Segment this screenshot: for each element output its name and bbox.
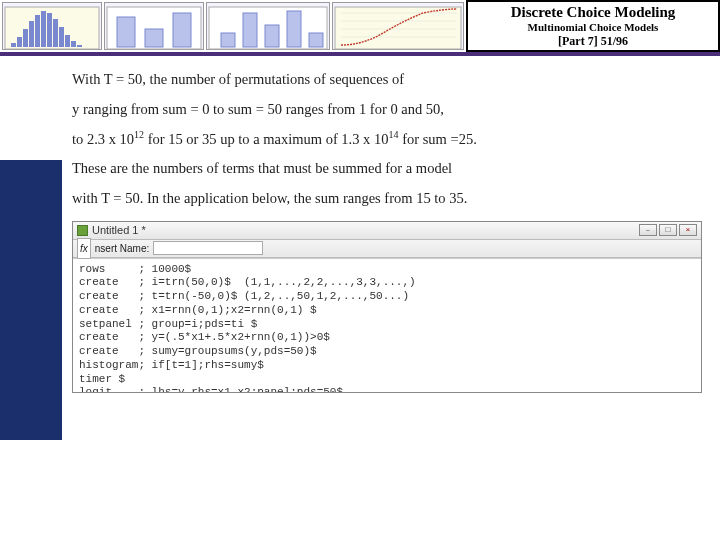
svg-rect-8 bbox=[53, 19, 58, 47]
svg-rect-12 bbox=[77, 45, 82, 47]
thumb-curve bbox=[332, 2, 464, 50]
svg-rect-14 bbox=[117, 17, 135, 47]
chart-thumbnails bbox=[0, 0, 466, 52]
svg-rect-4 bbox=[29, 21, 34, 47]
editor-file-icon bbox=[77, 225, 88, 236]
para-3: to 2.3 x 1012 for 15 or 35 up to a maxim… bbox=[72, 125, 702, 153]
thumb-bars bbox=[104, 2, 204, 50]
slide-content: With T = 50, the number of permutations … bbox=[62, 56, 720, 536]
slide-number: [Part 7] 51/96 bbox=[558, 34, 628, 49]
svg-rect-23 bbox=[335, 7, 461, 49]
svg-rect-19 bbox=[243, 13, 257, 47]
insert-name-input[interactable] bbox=[153, 241, 263, 255]
fx-icon[interactable]: fx bbox=[77, 238, 91, 259]
thumb-bars-2 bbox=[206, 2, 330, 50]
side-band bbox=[0, 56, 62, 536]
insert-name-label: nsert Name: bbox=[95, 239, 149, 258]
title-box: Discrete Choice Modeling Multinomial Cho… bbox=[466, 0, 720, 52]
code-area[interactable]: rows ; 10000$ create ; i=trn(50,0)$ (1,1… bbox=[73, 258, 701, 392]
para-2: y ranging from sum = 0 to sum = 50 range… bbox=[72, 96, 702, 124]
para-1: With T = 50, the number of permutations … bbox=[72, 66, 702, 94]
svg-rect-1 bbox=[11, 43, 16, 47]
svg-rect-5 bbox=[35, 15, 40, 47]
svg-rect-20 bbox=[265, 25, 279, 47]
svg-rect-18 bbox=[221, 33, 235, 47]
close-button[interactable]: × bbox=[679, 224, 697, 236]
svg-rect-10 bbox=[65, 35, 70, 47]
svg-rect-7 bbox=[47, 13, 52, 47]
side-accent bbox=[0, 160, 62, 440]
editor-titlebar: Untitled 1 * – □ × bbox=[73, 222, 701, 240]
editor-window-title: Untitled 1 * bbox=[92, 220, 635, 241]
editor-toolbar: fx nsert Name: bbox=[73, 240, 701, 258]
svg-rect-3 bbox=[23, 29, 28, 47]
svg-rect-15 bbox=[145, 29, 163, 47]
minimize-button[interactable]: – bbox=[639, 224, 657, 236]
code-editor-window: Untitled 1 * – □ × fx nsert Name: rows ;… bbox=[72, 221, 702, 393]
slide-header: Discrete Choice Modeling Multinomial Cho… bbox=[0, 0, 720, 56]
svg-rect-21 bbox=[287, 11, 301, 47]
para-4: These are the numbers of terms that must… bbox=[72, 155, 702, 183]
course-title: Discrete Choice Modeling bbox=[511, 4, 676, 21]
svg-rect-16 bbox=[173, 13, 191, 47]
svg-rect-9 bbox=[59, 27, 64, 47]
thumb-histogram bbox=[2, 2, 102, 50]
course-subtitle: Multinomial Choice Models bbox=[528, 21, 659, 33]
svg-rect-2 bbox=[17, 37, 22, 47]
svg-rect-6 bbox=[41, 11, 46, 47]
maximize-button[interactable]: □ bbox=[659, 224, 677, 236]
para-5: with T = 50. In the application below, t… bbox=[72, 185, 702, 213]
svg-rect-11 bbox=[71, 41, 76, 47]
svg-rect-22 bbox=[309, 33, 323, 47]
